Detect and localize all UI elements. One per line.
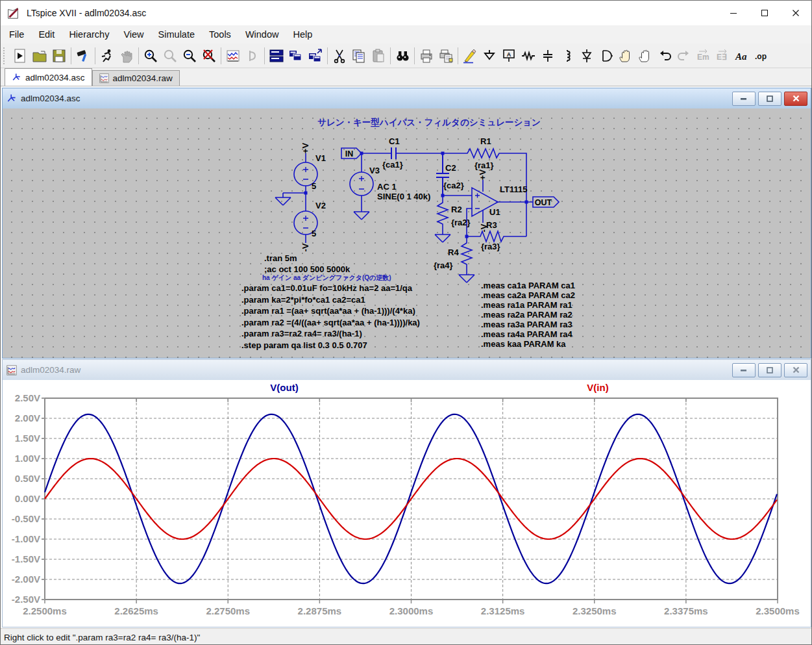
directive-meas-4[interactable]: .meas ra2a PARAM ra2	[481, 310, 572, 320]
resistor-button[interactable]	[519, 47, 538, 65]
directive-comment[interactable]: ha ゲイン aa ダンピングファクタ(Qの逆数)	[262, 274, 391, 281]
waveform-restore-button[interactable]	[758, 363, 781, 377]
undo-button[interactable]	[655, 47, 674, 65]
trace-label[interactable]: V(out)	[270, 382, 298, 393]
x-tick-label: 2.3125ms	[481, 605, 525, 616]
schematic-window-titlebar[interactable]: adlm02034.asc	[3, 88, 811, 109]
open-file-icon	[32, 48, 47, 64]
cut-icon	[332, 48, 347, 64]
waveform-close-button[interactable]	[784, 363, 807, 377]
menu-item-simulate[interactable]: Simulate	[151, 27, 202, 42]
net-label-button[interactable]: A	[499, 47, 519, 65]
schematic-restore-button[interactable]	[758, 92, 781, 106]
directive-param-5[interactable]: .param ra3=ra2 ra4= ra3/(ha-1)	[241, 329, 362, 338]
svg-text:.op: .op	[755, 52, 767, 61]
control-panel-button[interactable]	[73, 47, 93, 65]
waveform-plot-area[interactable]: 2.50V2.00V1.50V1.00V0.50V0.00V-0.50V-1.0…	[3, 380, 811, 627]
schematic-close-button[interactable]	[784, 92, 807, 106]
ground-button[interactable]	[480, 47, 499, 65]
directive-param-1[interactable]: .param ca1=0.01uF fo=10kHz ha=2 aa=1/qa	[241, 283, 413, 293]
directive-meas-7[interactable]: .meas kaa PARAM ka	[481, 339, 566, 349]
maximize-button[interactable]	[749, 1, 780, 25]
tile-vertically-button[interactable]	[286, 47, 306, 65]
cut-button[interactable]	[330, 47, 349, 65]
minimize-button[interactable]	[718, 1, 749, 25]
print-button[interactable]	[417, 47, 436, 65]
menu-item-hierarchy[interactable]: Hierarchy	[62, 27, 116, 42]
close-icon	[792, 9, 800, 17]
toolbar-separator	[414, 47, 415, 64]
directive-meas-6[interactable]: .meas ra4a PARAM ra4	[481, 329, 572, 339]
zoom-out-icon	[182, 48, 197, 64]
wire-icon	[462, 48, 478, 64]
directive-meas-5[interactable]: .meas ra3a PARAM ra3	[481, 320, 572, 329]
close-button[interactable]	[780, 1, 811, 25]
inductor-button[interactable]	[558, 47, 577, 65]
menu-item-window[interactable]: Window	[238, 27, 286, 42]
cascade-windows-icon	[308, 48, 323, 64]
directive-meas-2[interactable]: .meas ca2a PARAM ca2	[481, 290, 575, 300]
cascade-windows-button[interactable]	[306, 47, 325, 65]
window-controls	[718, 1, 811, 25]
copy-button[interactable]	[349, 47, 369, 65]
close-icon	[793, 95, 800, 102]
r4-value: {ra4}	[434, 260, 453, 270]
directive-meas-1[interactable]: .meas ca1a PARAM ca1	[481, 281, 575, 290]
y-tick-label: 2.00V	[15, 412, 40, 424]
find-button[interactable]	[393, 47, 412, 65]
find-icon	[395, 48, 410, 64]
wire-button[interactable]	[460, 47, 480, 65]
spice-directive-button[interactable]: .op	[752, 47, 772, 65]
v3-value-2: SINE(0 1 40k)	[377, 192, 430, 201]
x-tick-label: 2.3250ms	[572, 605, 617, 616]
directive-step[interactable]: .step param qa list 0.3 0.5 0.707	[241, 340, 367, 350]
directive-ac[interactable]: ;ac oct 100 500 5000k	[264, 264, 351, 274]
save-button[interactable]	[49, 47, 69, 65]
menu-item-file[interactable]: File	[2, 27, 31, 42]
spice-directive-icon: .op	[754, 48, 770, 64]
r2-value: {ra2}	[451, 218, 471, 227]
svg-text:A: A	[507, 51, 511, 57]
waveform-minimize-button[interactable]	[732, 363, 756, 377]
v1-ref: V1	[315, 153, 326, 163]
c1-ref: C1	[389, 136, 400, 146]
move-button[interactable]	[616, 47, 635, 65]
component-button[interactable]	[597, 47, 616, 65]
zoom-out-button[interactable]	[180, 47, 199, 65]
capacitor-button[interactable]	[538, 47, 558, 65]
directive-param-4[interactable]: .param ra2 =(4/((aa+ sqrt(aa*aa + (ha-1)…	[241, 318, 420, 327]
c2-value: {ca2}	[443, 181, 464, 190]
waveform-window-titlebar[interactable]: adlm02034.raw	[3, 360, 811, 381]
schematic-canvas[interactable]: サレン・キー型ハイパス・フィルタのシミュレーション	[3, 108, 811, 358]
toolbar-grip[interactable]	[3, 47, 8, 64]
menu-item-view[interactable]: View	[116, 27, 151, 42]
schematic-minimize-button[interactable]	[732, 92, 756, 106]
new-schematic-button[interactable]	[10, 47, 30, 65]
zoom-in-button[interactable]	[141, 47, 160, 65]
directive-tran[interactable]: .tran 5m	[264, 253, 297, 263]
menu-item-help[interactable]: Help	[286, 27, 319, 42]
out-port-label: OUT	[535, 198, 552, 207]
new-schematic-icon	[12, 48, 28, 64]
waveform-icon	[99, 73, 109, 83]
print-preview-button[interactable]	[436, 47, 456, 65]
ltspice-window: LTspice XVII - adlm02034.asc FileEditHie…	[0, 0, 812, 645]
menu-item-edit[interactable]: Edit	[31, 27, 62, 42]
tab-schematic[interactable]: adlm02034.asc	[5, 68, 92, 86]
tab-waveform[interactable]: adlm02034.raw	[92, 70, 180, 86]
directive-param-2[interactable]: .param ka=2*pi*fo*ca1 ca2=ca1	[241, 295, 365, 305]
menu-item-tools[interactable]: Tools	[202, 27, 238, 42]
diode-button[interactable]	[577, 47, 597, 65]
zoom-full-extents-button[interactable]	[199, 47, 219, 65]
trace-label[interactable]: V(in)	[587, 382, 608, 393]
toolbar-separator	[327, 47, 328, 64]
autorange-y-axis-button[interactable]	[223, 47, 243, 65]
run-button[interactable]	[97, 47, 117, 65]
toolbar: AEmE∃Aa.op	[1, 44, 811, 68]
directive-meas-3[interactable]: .meas ra1a PARAM ra1	[481, 300, 572, 310]
drag-button[interactable]	[635, 47, 655, 65]
directive-param-3[interactable]: .param ra1 =(aa+ sqrt(aa*aa + (ha-1)))/(…	[241, 306, 415, 316]
tile-horizontally-button[interactable]	[267, 47, 286, 65]
open-file-button[interactable]	[30, 47, 49, 65]
text-tool-button[interactable]: Aa	[733, 47, 752, 65]
